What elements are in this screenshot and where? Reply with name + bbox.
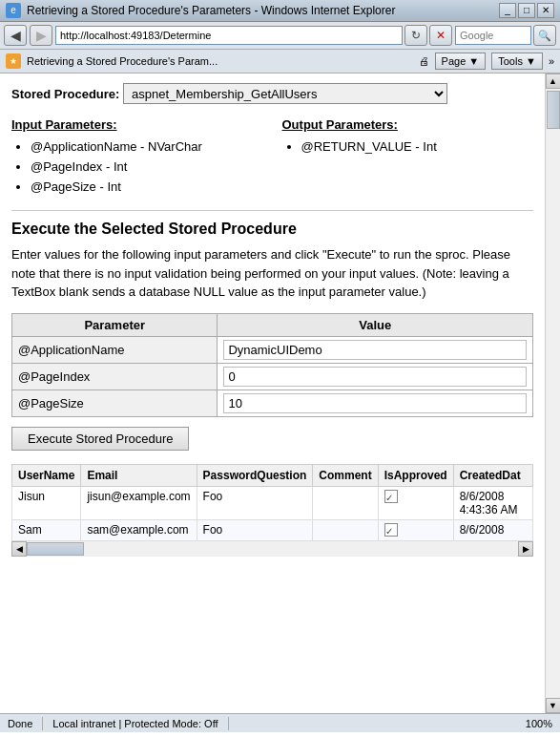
tools-button[interactable]: Tools ▼ xyxy=(491,53,543,70)
page-container: Stored Procedure: aspnet_Membership_GetA… xyxy=(0,74,560,713)
param-value-cell-2 xyxy=(218,363,533,390)
status-text: Done xyxy=(8,718,32,729)
extend-icon: » xyxy=(549,55,554,67)
nav-bar: ◀ ▶ ↻ ✕ 🔍 xyxy=(0,22,560,50)
input-parameters-group: Input Parameters: @ApplicationName - NVa… xyxy=(11,117,263,197)
result-email-2: sam@example.com xyxy=(81,519,197,540)
status-divider xyxy=(42,717,43,730)
forward-button[interactable]: ▶ xyxy=(30,25,52,46)
param-value-input-1[interactable] xyxy=(223,340,527,360)
result-createddate-2: 8/6/2008 xyxy=(453,519,532,540)
stored-procedure-select[interactable]: aspnet_Membership_GetAllUsers xyxy=(123,83,447,104)
results-col-email: Email xyxy=(81,464,197,486)
toolbar-right: 🖨 Page ▼ Tools ▼ » xyxy=(419,53,554,70)
refresh-button[interactable]: ↻ xyxy=(404,25,427,46)
browser-icon: e xyxy=(6,3,21,18)
table-row: @PageIndex xyxy=(12,363,533,390)
result-isapproved-2 xyxy=(378,519,453,540)
address-input[interactable] xyxy=(55,26,403,45)
zone-text: Local intranet | Protected Mode: Off xyxy=(52,718,218,729)
approved-checkbox-2 xyxy=(384,523,398,537)
results-col-createddate: CreatedDat xyxy=(453,464,532,486)
horizontal-scrollbar[interactable]: ◀ ▶ xyxy=(11,541,533,557)
stop-button[interactable]: ✕ xyxy=(429,25,452,46)
results-col-username: UserName xyxy=(12,464,81,486)
execute-section: Execute the Selected Stored Procedure En… xyxy=(11,221,533,464)
page-button[interactable]: Page ▼ xyxy=(435,53,487,70)
title-bar-text: Retrieving a Stored Procedure's Paramete… xyxy=(27,4,493,17)
approved-checkbox-1 xyxy=(384,490,398,503)
col-header-param: Parameter xyxy=(12,313,218,336)
output-param-1: @RETURN_VALUE - Int xyxy=(301,137,534,158)
section-divider xyxy=(11,210,533,211)
param-name-1: @ApplicationName xyxy=(12,336,218,363)
maximize-button[interactable]: □ xyxy=(518,3,535,18)
vertical-scrollbar: ▲ ▼ xyxy=(545,74,560,713)
zoom-text: 100% xyxy=(526,718,552,729)
title-bar-buttons: _ □ ✕ xyxy=(499,3,554,18)
scroll-right-button[interactable]: ▶ xyxy=(518,541,533,557)
param-value-cell-1 xyxy=(218,336,533,363)
execute-params-table: Parameter Value @ApplicationName @PageIn… xyxy=(11,313,533,417)
result-isapproved-1 xyxy=(378,486,453,519)
result-createddate-1: 8/6/2008 4:43:36 AM xyxy=(453,486,532,519)
output-parameters-list: @RETURN_VALUE - Int xyxy=(282,137,534,158)
print-icon: 🖨 xyxy=(419,55,429,67)
results-col-isapproved: IsApproved xyxy=(378,464,453,486)
result-email-1: jisun@example.com xyxy=(81,486,197,519)
back-button[interactable]: ◀ xyxy=(4,25,27,46)
output-parameters-heading: Output Parameters: xyxy=(282,117,534,132)
table-row: @PageSize xyxy=(12,390,533,416)
minimize-button[interactable]: _ xyxy=(499,3,516,18)
parameters-section: Input Parameters: @ApplicationName - NVa… xyxy=(11,117,533,197)
results-table: UserName Email PasswordQuestion Comment … xyxy=(11,464,533,541)
scrollbar-track xyxy=(27,541,518,557)
scroll-left-button[interactable]: ◀ xyxy=(11,541,27,557)
scrollbar-thumb[interactable] xyxy=(27,542,84,556)
input-param-1: @ApplicationName - NVarChar xyxy=(31,137,263,158)
result-passwordquestion-2: Foo xyxy=(197,519,313,540)
favorites-link[interactable]: Retrieving a Stored Procedure's Param... xyxy=(27,55,218,67)
param-value-input-3[interactable] xyxy=(223,393,527,413)
result-passwordquestion-1: Foo xyxy=(197,486,313,519)
scroll-up-button[interactable]: ▲ xyxy=(546,74,561,89)
favorites-bar: ★ Retrieving a Stored Procedure's Param.… xyxy=(0,50,560,74)
stored-procedure-section: Stored Procedure: aspnet_Membership_GetA… xyxy=(11,83,533,104)
execute-heading: Execute the Selected Stored Procedure xyxy=(11,221,533,238)
address-bar: ↻ ✕ xyxy=(55,25,452,46)
table-row: @ApplicationName xyxy=(12,336,533,363)
result-comment-1 xyxy=(313,486,378,519)
results-row-2: Sam sam@example.com Foo 8/6/2008 xyxy=(12,519,533,540)
results-row-1: Jisun jisun@example.com Foo 8/6/2008 4:4… xyxy=(12,486,533,519)
execute-stored-procedure-button[interactable]: Execute Stored Procedure xyxy=(11,427,189,451)
status-divider-2 xyxy=(228,717,229,730)
input-param-3: @PageSize - Int xyxy=(31,178,263,198)
result-username-1: Jisun xyxy=(12,486,81,519)
scroll-down-button[interactable]: ▼ xyxy=(546,698,561,713)
stored-procedure-label: Stored Procedure: xyxy=(11,87,119,101)
results-col-comment: Comment xyxy=(313,464,378,486)
page-content: Stored Procedure: aspnet_Membership_GetA… xyxy=(0,74,545,713)
col-header-value: Value xyxy=(218,313,533,336)
result-username-2: Sam xyxy=(12,519,81,540)
input-parameters-heading: Input Parameters: xyxy=(11,117,263,132)
param-value-cell-3 xyxy=(218,390,533,416)
param-value-input-2[interactable] xyxy=(223,367,527,387)
status-bar: Done Local intranet | Protected Mode: Of… xyxy=(0,713,560,732)
title-bar: e Retrieving a Stored Procedure's Parame… xyxy=(0,0,560,22)
search-button[interactable]: 🔍 xyxy=(533,25,556,46)
input-param-2: @PageIndex - Int xyxy=(31,158,263,178)
result-comment-2 xyxy=(313,519,378,540)
param-name-2: @PageIndex xyxy=(12,363,218,390)
search-bar: 🔍 xyxy=(455,25,556,46)
execute-description: Enter values for the following input par… xyxy=(11,245,533,302)
close-button[interactable]: ✕ xyxy=(537,3,554,18)
results-col-passwordquestion: PasswordQuestion xyxy=(197,464,313,486)
output-parameters-group: Output Parameters: @RETURN_VALUE - Int xyxy=(282,117,534,197)
favorites-icon: ★ xyxy=(6,53,21,69)
input-parameters-list: @ApplicationName - NVarChar @PageIndex -… xyxy=(11,137,263,197)
search-input[interactable] xyxy=(455,26,531,45)
param-name-3: @PageSize xyxy=(12,390,218,416)
vertical-scrollbar-thumb[interactable] xyxy=(547,91,560,129)
